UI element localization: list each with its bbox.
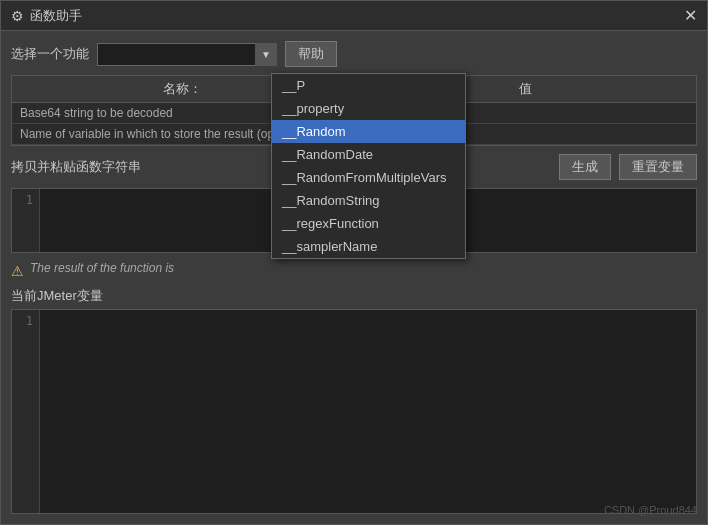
function-select-wrapper: __P__property__Random__RandomDate__Rando…: [97, 43, 277, 66]
dropdown-item-randomfrommultiplevars[interactable]: __RandomFromMultipleVars: [272, 166, 465, 189]
select-label: 选择一个功能: [11, 45, 89, 63]
bottom-section: 当前JMeter变量 1: [11, 287, 697, 514]
result-section: ⚠ The result of the function is: [11, 261, 697, 279]
jmeter-vars-label: 当前JMeter变量: [11, 287, 697, 305]
generate-button[interactable]: 生成: [559, 154, 611, 180]
dropdown-item-regexfunction[interactable]: __regexFunction: [272, 212, 465, 235]
result-label: The result of the function is: [30, 261, 174, 275]
help-button[interactable]: 帮助: [285, 41, 337, 67]
reset-button[interactable]: 重置变量: [619, 154, 697, 180]
window-icon: ⚙: [11, 8, 24, 24]
title-bar-left: ⚙ 函数助手: [11, 7, 82, 25]
close-button[interactable]: ✕: [684, 8, 697, 24]
line-numbers-bottom: 1: [12, 310, 40, 513]
dropdown-item-randomstring[interactable]: __RandomString: [272, 189, 465, 212]
jmeter-vars-editor: 1: [11, 309, 697, 514]
dropdown-item-property[interactable]: __property: [272, 97, 465, 120]
copy-paste-label: 拷贝并粘贴函数字符串: [11, 158, 141, 176]
dropdown-item-random[interactable]: __Random: [272, 120, 465, 143]
title-bar: ⚙ 函数助手 ✕: [1, 1, 707, 31]
line-numbers-top: 1: [12, 189, 40, 252]
window-title: 函数助手: [30, 7, 82, 25]
watermark: CSDN @Proud844: [604, 504, 697, 516]
dropdown-item-p[interactable]: __P: [272, 74, 465, 97]
function-dropdown: __P __property __Random __RandomDate __R…: [271, 73, 466, 259]
select-function-row: 选择一个功能 __P__property__Random__RandomDate…: [11, 41, 697, 67]
jmeter-vars-area[interactable]: [40, 310, 696, 513]
dropdown-item-randomdate[interactable]: __RandomDate: [272, 143, 465, 166]
dropdown-item-samplername[interactable]: __samplerName: [272, 235, 465, 258]
function-select[interactable]: __P__property__Random__RandomDate__Rando…: [97, 43, 277, 66]
warning-icon: ⚠: [11, 263, 24, 279]
main-window: ⚙ 函数助手 ✕ 选择一个功能 __P__property__Random__R…: [0, 0, 708, 525]
